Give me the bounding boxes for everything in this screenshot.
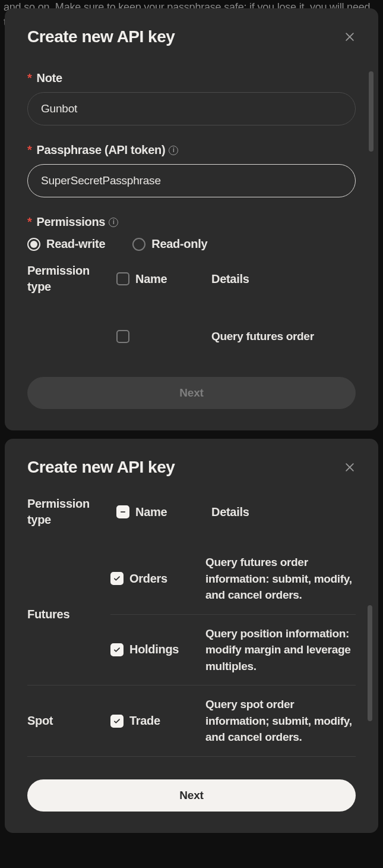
passphrase-label: *Passphrase (API token) i <box>27 143 356 157</box>
checkbox-row[interactable] <box>110 715 124 728</box>
permission-name: Orders <box>129 572 167 586</box>
permission-row: OrdersQuery futures order information: s… <box>110 543 356 614</box>
checkbox-row[interactable] <box>116 330 129 343</box>
info-icon[interactable]: i <box>169 146 178 155</box>
close-icon[interactable] <box>344 461 356 473</box>
permission-name: Holdings <box>129 643 179 656</box>
col-permission-type: Permission type <box>27 263 110 295</box>
checkbox-select-all[interactable] <box>116 505 129 518</box>
create-api-key-modal-top: Create new API key *Note *Passphrase (AP… <box>5 8 378 430</box>
modal-title: Create new API key <box>27 27 175 46</box>
col-name: Name <box>135 272 167 286</box>
next-button[interactable]: Next <box>27 377 356 409</box>
permission-details: Query position information: modify margi… <box>205 625 356 675</box>
passphrase-input[interactable] <box>27 164 356 197</box>
permission-details: Query spot order information; submit, mo… <box>205 696 356 746</box>
permission-row: TradeQuery spot order information; submi… <box>110 685 356 756</box>
permission-type-label: Futures <box>27 608 110 621</box>
radio-read-write[interactable]: Read-write <box>27 237 105 251</box>
close-icon[interactable] <box>344 31 356 43</box>
info-icon[interactable]: i <box>109 218 118 227</box>
checkbox-select-all[interactable] <box>116 272 129 285</box>
svg-rect-4 <box>121 511 125 512</box>
next-button[interactable]: Next <box>27 779 356 812</box>
note-input[interactable] <box>27 92 356 125</box>
permission-row: HoldingsQuery position information: modi… <box>110 614 356 685</box>
permission-type-label: Spot <box>27 714 110 728</box>
create-api-key-modal-bottom: Create new API key Permission type Name … <box>5 439 378 833</box>
col-name: Name <box>135 505 167 519</box>
permissions-label: *Permissions i <box>27 215 356 229</box>
radio-read-only[interactable]: Read-only <box>132 237 207 251</box>
permission-name: Trade <box>129 714 160 728</box>
col-permission-type: Permission type <box>27 496 110 528</box>
permission-details: Query futures order information: submit,… <box>205 554 356 603</box>
perm-details-peek: Query futures order <box>211 328 356 345</box>
col-details: Details <box>211 272 356 286</box>
permission-group: SpotTradeQuery spot order information; s… <box>27 685 356 757</box>
checkbox-row[interactable] <box>110 643 124 656</box>
permission-group: FuturesOrdersQuery futures order informa… <box>27 543 356 685</box>
scrollbar-thumb[interactable] <box>368 605 372 721</box>
checkbox-row[interactable] <box>110 572 124 585</box>
modal-title: Create new API key <box>27 458 175 477</box>
note-label: *Note <box>27 71 356 85</box>
col-details: Details <box>211 505 356 519</box>
scrollbar-thumb[interactable] <box>369 71 373 152</box>
